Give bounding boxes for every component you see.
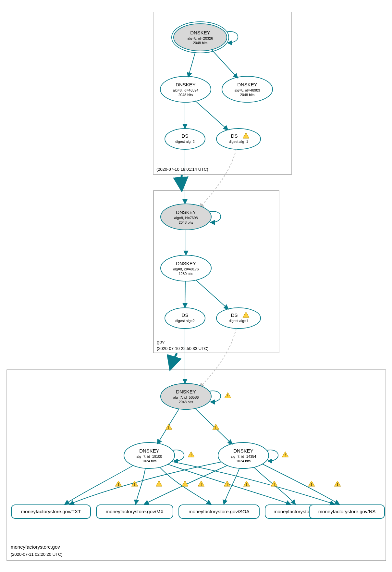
svg-text:DNSKEY: DNSKEY [139, 448, 159, 454]
zone-mfs-title: moneyfactorystore.gov [11, 544, 60, 550]
svg-text:digest alg=1: digest alg=1 [229, 140, 248, 143]
node-mfs-zsk2: DNSKEY alg=7, id=14354 1024 bits [218, 442, 269, 468]
svg-text:digest alg=2: digest alg=2 [175, 319, 195, 323]
node-rr-ns: moneyfactorystore.gov/NS [309, 505, 385, 518]
warning-icon [224, 481, 230, 487]
dnssec-diagram: ! . (2020-07-10 19:01:14 UTC) gov (2020-… [0, 0, 392, 572]
warning-icon [243, 481, 250, 487]
svg-text:alg=7, id=14354: alg=7, id=14354 [231, 454, 256, 458]
svg-point-29 [165, 308, 205, 329]
svg-text:2048 bits: 2048 bits [179, 400, 193, 404]
node-mfs-zsk1: DNSKEY alg=7, id=19100 1024 bits [124, 442, 175, 468]
warning-icon [156, 481, 162, 487]
svg-text:1280 bits: 1280 bits [179, 272, 193, 276]
warning-icon [213, 424, 219, 430]
warning-icon [282, 452, 288, 457]
zone-mfs-timestamp: (2020-07-11 02:20:20 UTC) [11, 552, 63, 557]
node-gov-zsk: DNSKEY alg=8, id=40176 1280 bits [161, 255, 211, 281]
edge-zsk1-ns [172, 462, 334, 504]
svg-text:moneyfactorystore.gov/MX: moneyfactorystore.gov/MX [106, 509, 164, 514]
svg-text:moneyfactorystore.gov/SOA: moneyfactorystore.gov/SOA [189, 509, 250, 514]
warning-icon [165, 424, 172, 430]
svg-text:DNSKEY: DNSKEY [237, 82, 257, 87]
svg-text:DS: DS [182, 312, 189, 318]
warning-icon [115, 481, 122, 487]
zone-root-timestamp: (2020-07-10 19:01:14 UTC) [156, 167, 208, 172]
svg-text:2048 bits: 2048 bits [193, 41, 208, 45]
svg-point-18 [216, 129, 261, 149]
edge-zsk1-txt [65, 466, 133, 504]
edge-root-ksk-to-zsk2 [212, 50, 238, 78]
svg-text:2048 bits: 2048 bits [178, 93, 193, 97]
svg-text:moneyfactorystore.gov/NS: moneyfactorystore.gov/NS [318, 509, 376, 514]
warning-icon [271, 481, 277, 487]
node-gov-ds1: DS digest alg=1 [216, 308, 261, 329]
svg-text:digest alg=1: digest alg=1 [229, 319, 248, 323]
svg-text:digest alg=2: digest alg=2 [175, 140, 195, 143]
svg-text:alg=8, id=48903: alg=8, id=48903 [235, 88, 260, 92]
node-root-ksk: DNSKEY alg=8, id=20326 2048 bits [172, 22, 229, 53]
node-mfs-ksk: DNSKEY alg=7, id=50586 2048 bits [161, 383, 211, 409]
svg-text:DS: DS [231, 133, 238, 139]
svg-text:DNSKEY: DNSKEY [176, 82, 196, 87]
node-root-zsk2: DNSKEY alg=8, id=48903 2048 bits [222, 76, 273, 102]
warning-icon [334, 481, 341, 487]
warning-icon [188, 452, 194, 457]
svg-text:alg=7, id=19100: alg=7, id=19100 [137, 454, 162, 458]
edge-gov-zsk-to-ds1 [196, 280, 228, 309]
node-gov-ds2: DS digest alg=2 [165, 308, 205, 329]
zone-root-title: . [156, 160, 158, 165]
edge-root-ds1-to-gov-ksk [200, 149, 236, 208]
node-root-ds2: DS digest alg=2 [165, 129, 205, 149]
node-rr-mx: moneyfactorystore.gov/MX [96, 505, 173, 518]
svg-text:DNSKEY: DNSKEY [176, 261, 196, 266]
warning-icon [198, 481, 204, 487]
zone-gov-title: gov [157, 339, 165, 344]
node-root-zsk1: DNSKEY alg=8, id=46594 2048 bits [160, 76, 211, 102]
svg-text:alg=8, id=7698: alg=8, id=7698 [174, 216, 198, 220]
svg-text:2048 bits: 2048 bits [179, 220, 193, 224]
zone-gov-timestamp: (2020-07-10 22:50:33 UTC) [157, 346, 209, 351]
edge-gov-zsk-to-ds2 [185, 281, 185, 307]
warning-icon [225, 392, 231, 398]
svg-text:DS: DS [231, 312, 238, 318]
svg-text:2048 bits: 2048 bits [240, 93, 255, 97]
svg-text:alg=8, id=40176: alg=8, id=40176 [173, 267, 199, 271]
svg-point-15 [165, 129, 205, 149]
edge-zone-gov-to-mfs [170, 353, 177, 369]
svg-text:DS: DS [182, 133, 189, 139]
svg-text:alg=7, id=50586: alg=7, id=50586 [173, 395, 199, 399]
svg-text:alg=8, id=20326: alg=8, id=20326 [188, 36, 213, 40]
svg-text:DNSKEY: DNSKEY [176, 209, 196, 215]
node-rr-txt: moneyfactorystore.gov/TXT [11, 505, 91, 518]
edge-zone-root-to-gov [181, 175, 182, 190]
edge-root-zsk1-to-ds1 [195, 101, 228, 130]
svg-text:DNSKEY: DNSKEY [233, 448, 253, 454]
node-gov-ksk: DNSKEY alg=8, id=7698 2048 bits [161, 204, 211, 230]
edge-gov-ds1-to-mfs-ksk [200, 329, 236, 387]
svg-text:1024 bits: 1024 bits [236, 459, 251, 463]
node-rr-soa: moneyfactorystore.gov/SOA [179, 505, 259, 518]
edge-mfs-ksk-to-zsk2 [195, 408, 232, 444]
svg-point-32 [216, 308, 261, 329]
svg-text:DNSKEY: DNSKEY [176, 389, 196, 394]
edge-root-ksk-to-zsk1 [188, 52, 195, 77]
warning-icon [308, 481, 315, 487]
svg-text:alg=8, id=46594: alg=8, id=46594 [173, 88, 199, 92]
node-root-ds1: DS digest alg=1 [216, 129, 261, 149]
svg-text:1024 bits: 1024 bits [142, 459, 157, 463]
svg-text:moneyfactorystore.gov/TXT: moneyfactorystore.gov/TXT [21, 509, 81, 514]
svg-text:DNSKEY: DNSKEY [190, 30, 210, 35]
